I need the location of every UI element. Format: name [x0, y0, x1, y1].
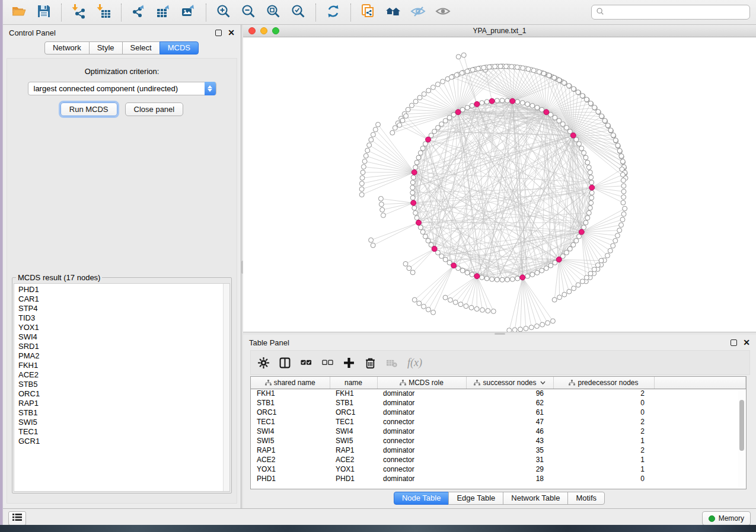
- table-row[interactable]: FKH1FKH1dominator962: [251, 389, 746, 398]
- cell-mcds-role[interactable]: connector: [377, 464, 466, 474]
- import-network-button[interactable]: [69, 3, 89, 22]
- mcds-result-item[interactable]: RAP1: [18, 399, 229, 408]
- cell-mcds-role[interactable]: dominator: [377, 446, 466, 455]
- mcds-result-item[interactable]: PMA2: [18, 351, 229, 361]
- show-all-button[interactable]: [433, 3, 453, 22]
- column-header-name[interactable]: name: [330, 377, 377, 389]
- cell-mcds-role[interactable]: dominator: [377, 474, 466, 483]
- table-row[interactable]: YOX1YOX1connector291: [251, 464, 746, 474]
- cell-shared-name[interactable]: SWI4: [251, 427, 330, 436]
- mcds-result-item[interactable]: SRD1: [18, 342, 229, 351]
- cell-predecessor-nodes[interactable]: 2: [553, 389, 654, 398]
- close-panel-button[interactable]: Close panel: [125, 102, 184, 116]
- cell-mcds-role[interactable]: connector: [377, 436, 466, 446]
- cell-successor-nodes[interactable]: 29: [466, 464, 553, 474]
- cell-name[interactable]: SWI4: [330, 427, 377, 436]
- cell-shared-name[interactable]: TEC1: [251, 417, 330, 427]
- table-row[interactable]: SWI4SWI4dominator462: [251, 427, 746, 436]
- cell-name[interactable]: YOX1: [330, 464, 377, 474]
- cell-shared-name[interactable]: YOX1: [251, 464, 330, 474]
- tab-network[interactable]: Network: [44, 41, 90, 55]
- table-tab-edge-table[interactable]: Edge Table: [448, 492, 503, 505]
- cell-name[interactable]: RAP1: [330, 446, 377, 455]
- run-mcds-button[interactable]: Run MCDS: [60, 102, 117, 116]
- table-tab-motifs[interactable]: Motifs: [567, 492, 605, 505]
- settings-gear-icon[interactable]: [258, 357, 269, 368]
- zoom-in-button[interactable]: [213, 3, 234, 22]
- zoom-fit-button[interactable]: [263, 3, 283, 22]
- list-scrollbar[interactable]: [223, 284, 229, 491]
- mcds-result-item[interactable]: SWI4: [18, 332, 229, 342]
- close-panel-icon[interactable]: ✕: [228, 30, 235, 36]
- memory-button[interactable]: Memory: [702, 511, 751, 525]
- save-session-button[interactable]: [34, 3, 54, 22]
- cell-name[interactable]: PHD1: [330, 474, 377, 483]
- network-window-titlebar[interactable]: YPA_prune.txt_1: [243, 25, 756, 37]
- table-scrollbar[interactable]: [738, 389, 745, 488]
- table-row[interactable]: PHD1PHD1dominator180: [251, 474, 746, 483]
- table-row[interactable]: SWI5SWI5connector431: [251, 436, 746, 446]
- cell-successor-nodes[interactable]: 35: [466, 446, 553, 455]
- table-row[interactable]: TEC1TEC1connector472: [251, 417, 746, 427]
- zoom-selected-button[interactable]: [288, 3, 308, 22]
- cell-predecessor-nodes[interactable]: 2: [553, 446, 654, 455]
- export-table-button[interactable]: [154, 3, 174, 22]
- mcds-result-item[interactable]: YOX1: [18, 323, 229, 332]
- mcds-result-item[interactable]: GCR1: [18, 437, 229, 446]
- search-input[interactable]: [607, 8, 745, 17]
- table-tab-node-table[interactable]: Node Table: [394, 492, 449, 505]
- cell-predecessor-nodes[interactable]: 1: [553, 464, 654, 474]
- cell-successor-nodes[interactable]: 61: [466, 408, 553, 417]
- search-field[interactable]: [591, 5, 750, 20]
- mcds-result-item[interactable]: ORC1: [18, 389, 229, 399]
- cell-shared-name[interactable]: PHD1: [251, 474, 330, 483]
- deselect-all-icon[interactable]: [322, 357, 333, 368]
- column-header-MCDS-role[interactable]: MCDS role: [377, 377, 466, 389]
- criterion-dropdown[interactable]: largest connected component (undirected): [28, 82, 216, 95]
- export-network-button[interactable]: [129, 3, 149, 22]
- toggle-columns-icon[interactable]: [279, 357, 291, 368]
- cell-shared-name[interactable]: FKH1: [251, 389, 330, 398]
- mcds-result-item[interactable]: TEC1: [18, 427, 229, 437]
- tab-style[interactable]: Style: [89, 41, 123, 55]
- float-panel-icon[interactable]: [215, 30, 222, 36]
- cell-name[interactable]: STB1: [330, 398, 377, 408]
- cell-successor-nodes[interactable]: 18: [466, 474, 553, 483]
- select-all-icon[interactable]: [301, 357, 312, 368]
- cell-mcds-role[interactable]: dominator: [377, 408, 466, 417]
- column-header-successor-nodes[interactable]: successor nodes: [466, 377, 553, 389]
- first-neighbors-button[interactable]: [383, 3, 403, 22]
- cell-mcds-role[interactable]: connector: [377, 455, 466, 464]
- cell-mcds-role[interactable]: dominator: [377, 398, 466, 408]
- cell-successor-nodes[interactable]: 43: [466, 436, 553, 446]
- cell-shared-name[interactable]: ORC1: [251, 408, 330, 417]
- cell-mcds-role[interactable]: dominator: [377, 389, 466, 398]
- cell-name[interactable]: ORC1: [330, 408, 377, 417]
- mcds-result-item[interactable]: SWI5: [18, 418, 229, 427]
- network-graph[interactable]: [243, 37, 756, 332]
- cell-mcds-role[interactable]: connector: [377, 417, 466, 427]
- task-history-button[interactable]: [8, 511, 26, 525]
- cell-shared-name[interactable]: RAP1: [251, 446, 330, 455]
- cell-shared-name[interactable]: STB1: [251, 398, 330, 408]
- cell-successor-nodes[interactable]: 31: [466, 455, 553, 464]
- mcds-result-item[interactable]: STB1: [18, 408, 229, 418]
- column-header-shared-name[interactable]: shared name: [251, 377, 330, 389]
- cell-successor-nodes[interactable]: 46: [466, 427, 553, 436]
- table-tab-network-table[interactable]: Network Table: [503, 492, 568, 505]
- float-panel-icon[interactable]: [731, 339, 737, 346]
- cell-successor-nodes[interactable]: 96: [466, 389, 553, 398]
- cell-predecessor-nodes[interactable]: 2: [553, 427, 654, 436]
- mcds-result-item[interactable]: CAR1: [18, 294, 229, 304]
- cell-successor-nodes[interactable]: 62: [466, 398, 553, 408]
- horizontal-splitter[interactable]: [243, 332, 756, 335]
- cell-predecessor-nodes[interactable]: 0: [553, 474, 654, 483]
- close-panel-icon[interactable]: ✕: [743, 339, 750, 346]
- tab-mcds[interactable]: MCDS: [160, 41, 199, 55]
- mcds-result-item[interactable]: STB5: [18, 380, 229, 389]
- scrollbar-thumb[interactable]: [739, 400, 744, 451]
- refresh-button[interactable]: [323, 3, 343, 22]
- table-row[interactable]: ORC1ORC1dominator610: [251, 408, 746, 417]
- mcds-result-item[interactable]: FKH1: [18, 361, 229, 370]
- mcds-result-item[interactable]: STP4: [18, 304, 229, 313]
